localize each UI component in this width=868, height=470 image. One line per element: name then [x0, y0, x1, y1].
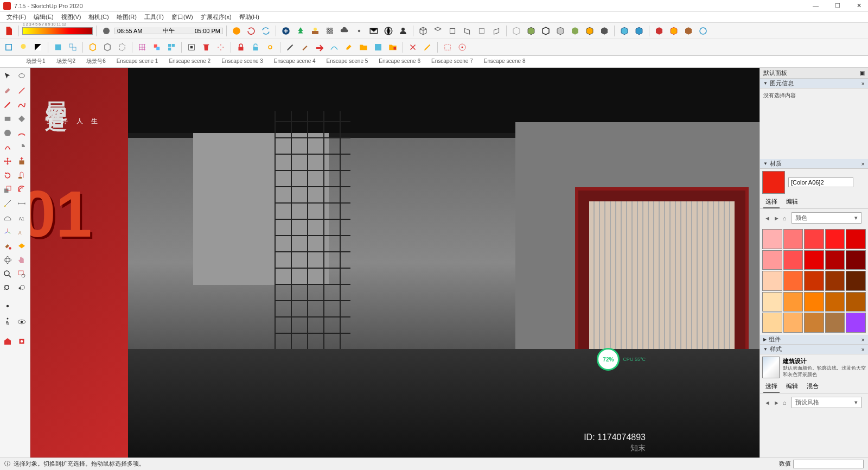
arc2-tool[interactable] — [1, 141, 14, 154]
mat-back-icon[interactable]: ◄ — [763, 215, 771, 221]
color-swatch[interactable] — [783, 313, 803, 333]
followme-tool[interactable] — [15, 169, 28, 182]
tape-tool[interactable] — [1, 197, 14, 210]
offset-tool[interactable] — [15, 183, 28, 196]
scene-tab-5[interactable]: Enscape scene 2 — [164, 56, 215, 67]
entity-info-header[interactable]: ▼图元信息 × — [760, 79, 868, 88]
text-tool[interactable]: A1 — [15, 211, 28, 224]
plugin2-button[interactable] — [667, 24, 680, 37]
xray-button[interactable] — [618, 24, 631, 37]
previous-view-tool[interactable] — [15, 282, 28, 295]
trash-button[interactable] — [200, 41, 213, 54]
tray-pin-icon[interactable]: ▣ — [859, 69, 865, 77]
style-category-dropdown[interactable]: 预设风格▾ — [792, 397, 861, 408]
scene-tab-11[interactable]: Enscape scene 8 — [480, 56, 530, 67]
color-swatch[interactable] — [804, 250, 824, 270]
color-swatch[interactable] — [783, 250, 803, 270]
color-swatch[interactable] — [762, 229, 782, 249]
unlock-button[interactable] — [249, 41, 262, 54]
curve-button[interactable] — [328, 41, 341, 54]
grid-button[interactable] — [136, 41, 149, 54]
color-swatch[interactable] — [825, 250, 845, 270]
materials-tab-edit[interactable]: 编辑 — [784, 196, 800, 208]
material-swatch[interactable] — [762, 171, 785, 194]
dimension-tool[interactable] — [15, 197, 28, 210]
gear2-button[interactable] — [264, 41, 277, 54]
explode-button[interactable] — [214, 41, 227, 54]
color-swatch[interactable] — [846, 292, 866, 312]
sun-button[interactable] — [309, 24, 322, 37]
color-swatch[interactable] — [825, 313, 845, 333]
target-button[interactable] — [456, 41, 469, 54]
styles-tab-edit[interactable]: 编辑 — [784, 380, 800, 393]
line-tool[interactable] — [15, 84, 28, 97]
color-swatch[interactable] — [762, 271, 782, 291]
scene-tab-6[interactable]: Enscape scene 3 — [217, 56, 267, 67]
plugin3-button[interactable] — [682, 24, 695, 37]
bulb-button[interactable] — [17, 41, 30, 54]
pen-button[interactable] — [284, 41, 297, 54]
menu-extensions[interactable]: 扩展程序(x) — [197, 12, 235, 22]
scale-tool[interactable] — [1, 183, 14, 196]
pencil-tool[interactable] — [1, 98, 14, 111]
selection-box-button[interactable] — [441, 41, 454, 54]
walk-tool[interactable] — [1, 315, 14, 328]
color-swatch[interactable] — [762, 250, 782, 270]
help-icon[interactable]: ⓘ — [4, 460, 10, 468]
new-file-button[interactable] — [2, 24, 15, 37]
paint-tool[interactable] — [1, 239, 14, 252]
eraser2-button[interactable] — [342, 41, 355, 54]
color-swatch[interactable] — [846, 229, 866, 249]
color-swatch[interactable] — [762, 292, 782, 312]
materials-header[interactable]: ▼材质 × — [760, 159, 868, 169]
styles-tab-mix[interactable]: 混合 — [805, 380, 821, 393]
viewport[interactable]: 屋智造 美 好 人 生 01 72% CPU 55°C ID: 11740748… — [30, 68, 760, 458]
rotate-tool[interactable] — [1, 169, 14, 182]
lock-button[interactable] — [234, 41, 247, 54]
color-swatch[interactable] — [783, 229, 803, 249]
enscape-button[interactable] — [230, 24, 243, 37]
select-all-button[interactable] — [2, 41, 15, 54]
rectangle-tool[interactable] — [1, 112, 14, 125]
color-swatch[interactable] — [804, 271, 824, 291]
time-slider[interactable]: 06:55 AM 中午 05:00 PM — [114, 28, 223, 34]
settings-button[interactable] — [353, 24, 366, 37]
section-tool[interactable] — [15, 239, 28, 252]
menu-tools[interactable]: 工具(T) — [141, 12, 167, 22]
components-close-icon[interactable]: × — [861, 336, 865, 343]
close-button[interactable]: ✕ — [853, 2, 865, 9]
lasso-tool[interactable] — [15, 70, 28, 83]
rotated-rect-tool[interactable] — [15, 112, 28, 125]
shadow-toggle[interactable] — [100, 24, 113, 37]
front-view-button[interactable] — [446, 24, 459, 37]
style-home-icon[interactable]: ⌂ — [782, 399, 788, 406]
color-swatch[interactable] — [783, 292, 803, 312]
globe-button[interactable] — [382, 24, 395, 37]
mat-home-icon[interactable]: ⌂ — [782, 215, 788, 221]
material-name-input[interactable]: [Color A06]2 — [788, 177, 853, 187]
circle-tool[interactable] — [1, 126, 14, 139]
tree-button[interactable] — [294, 24, 307, 37]
pan-tool[interactable] — [15, 253, 28, 266]
style3-button[interactable] — [539, 24, 552, 37]
scene-tab-3[interactable]: 场景号6 — [82, 56, 110, 68]
folder-button[interactable] — [357, 41, 370, 54]
freehand-tool[interactable] — [15, 98, 28, 111]
save-button[interactable] — [372, 41, 385, 54]
plugin4-button[interactable] — [697, 24, 710, 37]
look-tool[interactable] — [15, 315, 28, 328]
zoom-extents-tool[interactable] — [1, 282, 14, 295]
menu-view[interactable]: 视图(V) — [58, 12, 85, 22]
zoom-window-tool[interactable] — [15, 268, 28, 281]
styles-close-icon[interactable]: × — [861, 346, 865, 353]
style-thumbnail[interactable] — [762, 357, 780, 378]
user-button[interactable] — [397, 24, 410, 37]
color-swatch[interactable] — [825, 271, 845, 291]
mail-button[interactable] — [367, 24, 380, 37]
eraser-tool[interactable] — [1, 84, 14, 97]
backedge-button[interactable] — [633, 24, 646, 37]
default-tray-header[interactable]: 默认面板 ▣ — [760, 68, 868, 79]
extension-tool[interactable] — [15, 335, 28, 348]
component-button[interactable] — [165, 41, 178, 54]
materials-close-icon[interactable]: × — [861, 161, 865, 167]
